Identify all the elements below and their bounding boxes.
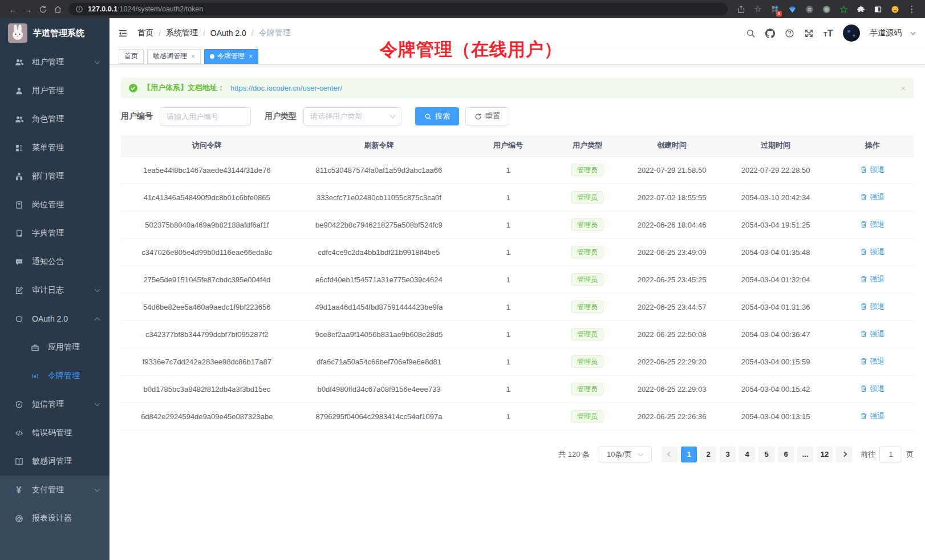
page-size-select[interactable]: 10条/页 <box>598 447 652 462</box>
error-code-icon <box>14 429 24 437</box>
user-type-select[interactable]: 请选择用户类型 <box>303 107 401 125</box>
sidebar-item-role[interactable]: 角色管理 <box>0 105 109 133</box>
refresh-token-cell: b0df4980ffd34c67a08f9156e4eee733 <box>293 375 465 403</box>
sidebar-item-dict[interactable]: 字典管理 <box>0 219 109 247</box>
sidebar-item-tenant[interactable]: 租户管理 <box>0 48 109 76</box>
breadcrumb-system[interactable]: 系统管理 <box>166 28 198 38</box>
browser-menu-icon[interactable]: ⋮ <box>904 2 919 17</box>
side-panel-icon[interactable] <box>870 2 885 17</box>
sidebar-item-sms[interactable]: 短信管理 <box>0 390 109 419</box>
search-icon[interactable] <box>746 29 756 38</box>
force-logout-button[interactable]: 强退 <box>860 384 885 394</box>
sidebar-item-payment[interactable]: ¥ 支付管理 <box>0 476 109 504</box>
sidebar-item-label: OAuth 2.0 <box>32 314 95 323</box>
org-chart-icon <box>14 172 24 181</box>
sidebar-menu: 租户管理 用户管理 角色管理 菜单管理 部门管理 岗位管理 <box>0 48 109 476</box>
logo-bar[interactable]: 芋道管理系统 <box>0 18 109 48</box>
force-logout-button[interactable]: 强退 <box>860 165 885 175</box>
record-circle-icon[interactable] <box>819 2 834 17</box>
close-icon[interactable]: × <box>900 84 906 92</box>
command-circle-icon[interactable]: ⌘ <box>802 2 817 17</box>
breadcrumb-home[interactable]: 首页 <box>137 28 153 38</box>
page-button-12[interactable]: 12 <box>817 447 833 462</box>
force-logout-button[interactable]: 强退 <box>860 192 885 202</box>
forward-icon[interactable]: → <box>21 2 35 17</box>
puzzle-icon[interactable] <box>853 2 868 17</box>
close-icon[interactable]: × <box>249 53 253 60</box>
user-type-cell: 管理员 <box>551 156 623 184</box>
force-logout-button[interactable]: 强退 <box>860 411 885 421</box>
page-button-4[interactable]: 4 <box>739 447 755 462</box>
back-icon[interactable]: ← <box>6 2 21 17</box>
username[interactable]: 芋道源码 <box>870 28 902 38</box>
force-logout-button[interactable]: 强退 <box>860 220 885 230</box>
help-icon[interactable] <box>785 29 794 38</box>
force-logout-button[interactable]: 强退 <box>860 302 885 312</box>
force-logout-label: 强退 <box>870 220 885 230</box>
sidebar-item-label: 报表设计器 <box>32 513 99 524</box>
search-button[interactable]: 搜索 <box>415 107 459 125</box>
page-button-1[interactable]: 1 <box>681 447 697 462</box>
github-icon[interactable] <box>765 29 775 38</box>
app-frame: 芋道管理系统 租户管理 用户管理 角色管理 菜单管理 部门管理 <box>0 18 925 560</box>
col-user-type: 用户类型 <box>551 135 623 156</box>
sidebar-item-dept[interactable]: 部门管理 <box>0 162 109 190</box>
page-button-6[interactable]: 6 <box>778 447 794 462</box>
avatar[interactable] <box>843 25 860 42</box>
prev-page-button[interactable] <box>662 447 677 462</box>
emoji-avatar-icon[interactable] <box>887 2 902 17</box>
table-row: 275e5de9151045fe87cbdc395e004f4d e6cfd40… <box>121 266 914 293</box>
reset-button[interactable]: 重置 <box>465 107 509 125</box>
force-logout-button[interactable]: 强退 <box>860 356 885 367</box>
sidebar-item-audit-log[interactable]: 审计日志 <box>0 276 109 305</box>
goto-page: 前往 页 <box>861 447 914 462</box>
sidebar-item-user[interactable]: 用户管理 <box>0 76 109 105</box>
tab-home[interactable]: 首页 <box>119 49 144 64</box>
created-cell: 2022-06-25 22:26:36 <box>623 403 720 430</box>
sidebar-item-sensitive-word[interactable]: 敏感词管理 <box>0 447 109 476</box>
page-button-3[interactable]: 3 <box>720 447 736 462</box>
expires-cell: 2054-03-04 01:32:04 <box>720 266 831 293</box>
goto-page-input[interactable] <box>879 447 902 462</box>
breadcrumb-separator: / <box>203 29 205 38</box>
site-info-icon[interactable] <box>75 5 83 13</box>
user-id-input[interactable] <box>160 107 251 125</box>
breadcrumb-oauth2[interactable]: OAuth 2.0 <box>210 29 246 38</box>
user-type-badge: 管理员 <box>571 410 603 423</box>
reload-icon[interactable] <box>35 2 50 17</box>
force-logout-label: 强退 <box>870 192 885 202</box>
doc-link[interactable]: https://doc.iocoder.cn/user-center/ <box>230 84 342 92</box>
sidebar-item-notice[interactable]: 通知公告 <box>0 247 109 276</box>
close-icon[interactable]: × <box>191 53 195 60</box>
extension-grid-icon[interactable]: 9 <box>768 2 782 17</box>
green-star-icon[interactable] <box>836 2 851 17</box>
expires-cell: 2054-03-04 01:35:48 <box>720 238 831 266</box>
force-logout-button[interactable]: 强退 <box>860 274 885 285</box>
tab-sensitive-word[interactable]: 敏感词管理 × <box>147 49 201 64</box>
font-size-icon[interactable]: TT <box>823 29 833 38</box>
home-icon[interactable] <box>50 2 65 17</box>
sidebar-item-error-code[interactable]: 错误码管理 <box>0 419 109 447</box>
sidebar-item-oauth2-token[interactable]: 令牌管理 <box>0 362 109 390</box>
address-bar[interactable]: 127.0.0.1:1024/system/oauth2/token <box>68 3 728 15</box>
bookmark-star-icon[interactable]: ☆ <box>750 2 765 17</box>
share-icon[interactable] <box>733 2 748 17</box>
sidebar-item-post[interactable]: 岗位管理 <box>0 190 109 219</box>
page-button-5[interactable]: 5 <box>758 447 774 462</box>
select-placeholder: 请选择用户类型 <box>310 111 362 121</box>
force-logout-button[interactable]: 强退 <box>860 247 885 257</box>
page-button-2[interactable]: 2 <box>700 447 716 462</box>
sidebar-item-oauth2-app[interactable]: 应用管理 <box>0 333 109 362</box>
sidebar-item-report-designer[interactable]: 报表设计器 <box>0 504 109 533</box>
next-page-button[interactable] <box>836 447 852 462</box>
page-ellipsis[interactable]: ... <box>797 447 813 462</box>
fullscreen-icon[interactable] <box>804 29 814 38</box>
tab-token[interactable]: 令牌管理 × <box>204 49 258 64</box>
sidebar-item-oauth2[interactable]: OAuth 2.0 <box>0 305 109 333</box>
gem-icon[interactable] <box>785 2 800 17</box>
force-logout-button[interactable]: 强退 <box>860 329 885 339</box>
chevron-down-icon[interactable] <box>911 30 915 35</box>
sidebar-collapse-icon[interactable] <box>117 28 128 39</box>
sidebar-item-menu[interactable]: 菜单管理 <box>0 133 109 162</box>
sidebar-item-label: 令牌管理 <box>48 371 99 381</box>
